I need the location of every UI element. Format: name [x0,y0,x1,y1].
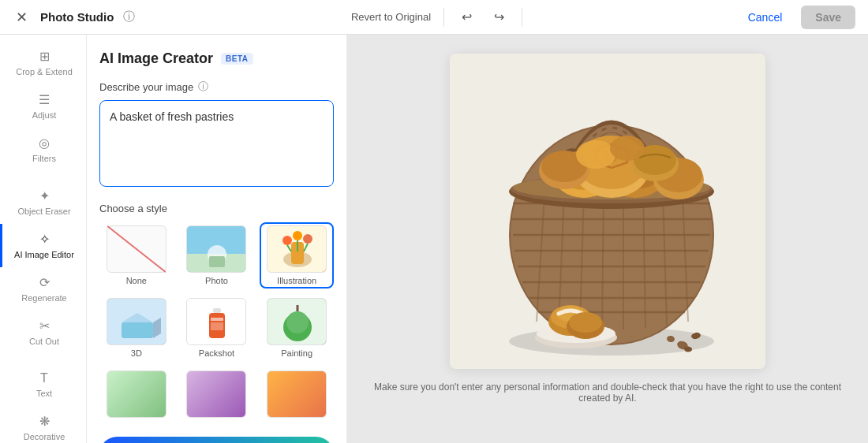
svg-rect-19 [213,308,221,313]
sidebar-item-crop-extend[interactable]: ⊞ Crop & Extend [0,41,86,84]
style-grid: None Photo [99,222,334,424]
style-thumb-painting [267,298,327,345]
revert-button[interactable]: Revert to Original [351,11,431,23]
svg-point-25 [286,311,309,333]
panel-header: AI Image Creator BETA [99,50,334,67]
style-thumb-none [107,225,166,273]
create-again-button[interactable]: ⟳ Create Again [99,437,334,443]
sidebar-label-adjust: Adjust [32,110,57,120]
style-illustration[interactable]: Illustration [260,222,334,289]
text-icon: T [40,371,48,385]
canvas-disclaimer: Make sure you don't enter any personal i… [366,382,849,404]
style-painting[interactable]: Painting [260,295,334,361]
style-row3a[interactable] [99,367,174,424]
choose-style-label: Choose a style [99,203,334,214]
help-icon[interactable]: ⓘ [123,9,135,24]
decorative-icon: ❋ [39,414,50,429]
svg-point-9 [293,231,302,240]
svg-rect-21 [211,318,223,321]
style-thumb-photo [186,225,246,273]
style-illustration-label: Illustration [277,276,316,285]
close-button[interactable]: ✕ [13,6,31,29]
sidebar-label-crop-extend: Crop & Extend [16,67,73,76]
style-thumb-row3b [186,370,246,418]
svg-rect-15 [122,322,153,338]
style-photo-label: Photo [205,276,228,285]
describe-info-icon[interactable]: ⓘ [198,80,208,94]
sidebar-label-ai-image-editor: AI Image Editor [14,250,74,259]
object-eraser-icon: ✦ [39,188,50,203]
svg-point-8 [282,236,292,245]
describe-textarea[interactable]: A basket of fresh pastries [99,100,334,187]
svg-point-68 [610,136,645,161]
sidebar-item-regenerate[interactable]: ⟳ Regenerate [0,267,86,311]
sidebar-label-decorative: Decorative [24,432,65,441]
beta-badge: BETA [221,53,253,65]
left-sidebar: ⊞ Crop & Extend ☰ Adjust ◎ Filters ✦ Obj… [0,35,87,443]
redo-button[interactable]: ↪ [489,6,509,28]
filters-icon: ◎ [39,136,50,151]
style-packshot-label: Packshot [199,348,234,358]
regenerate-icon: ⟳ [39,275,50,290]
svg-line-0 [107,226,166,272]
style-painting-label: Painting [281,348,312,358]
sidebar-item-filters[interactable]: ◎ Filters [0,128,86,171]
app-title: Photo Studio [40,10,114,24]
topbar-separator2 [522,8,522,27]
style-packshot[interactable]: Packshot [180,295,254,361]
topbar-separator [443,8,444,27]
undo-button[interactable]: ↩ [457,6,477,28]
style-thumb-3d [107,298,166,345]
adjust-icon: ☰ [39,92,50,107]
svg-point-10 [303,234,312,244]
sidebar-label-text: Text [36,389,52,398]
sidebar-item-ai-image-editor[interactable]: ✧ AI Image Editor [0,224,86,267]
style-3d[interactable]: 3D [99,295,174,361]
style-thumb-row3a [107,370,166,418]
describe-label: Describe your image ⓘ [99,80,334,94]
style-3d-label: 3D [131,348,142,358]
crop-extend-icon: ⊞ [39,49,50,64]
style-thumb-packshot [186,298,246,345]
svg-rect-4 [209,256,225,267]
cut-out-icon: ✂ [39,318,50,333]
sidebar-item-adjust[interactable]: ☰ Adjust [0,84,86,128]
svg-point-67 [576,140,615,169]
canvas-image [450,54,765,369]
sidebar-item-decorative[interactable]: ❋ Decorative [0,406,86,443]
style-row3b[interactable] [180,367,254,424]
panel-title: AI Image Creator [99,50,213,67]
ai-image-editor-icon: ✧ [39,232,50,247]
svg-point-75 [569,312,602,333]
style-photo[interactable]: Photo [180,222,254,289]
style-row3c[interactable] [260,367,334,424]
sidebar-label-cut-out: Cut Out [29,337,59,346]
sidebar-label-object-eraser: Object Eraser [17,207,70,216]
style-none-label: None [126,276,147,285]
sidebar-label-regenerate: Regenerate [21,293,67,303]
style-thumb-row3c [267,370,327,418]
save-button[interactable]: Save [801,6,855,29]
svg-rect-22 [211,322,223,330]
sidebar-item-text[interactable]: T Text [0,363,86,406]
ai-image-creator-panel: AI Image Creator BETA Describe your imag… [87,35,347,443]
sidebar-item-cut-out[interactable]: ✂ Cut Out [0,311,86,354]
cancel-button[interactable]: Cancel [739,6,792,28]
sidebar-label-filters: Filters [32,154,56,163]
style-none[interactable]: None [99,222,174,289]
sidebar-item-object-eraser[interactable]: ✦ Object Eraser [0,181,86,224]
canvas-area: Make sure you don't enter any personal i… [347,35,868,443]
style-thumb-illustration [267,225,327,273]
